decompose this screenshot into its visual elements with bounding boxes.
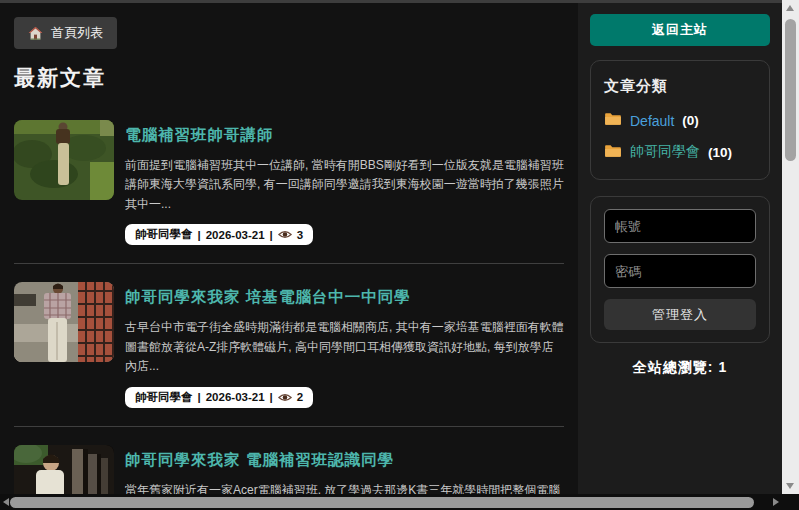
admin-login-button[interactable]: 管理登入 xyxy=(604,299,756,330)
main-content: 首頁列表 最新文章 電腦補習班帥哥講師 xyxy=(0,3,578,494)
eye-icon xyxy=(278,230,292,239)
home-list-label: 首頁列表 xyxy=(51,24,103,42)
badge-date: 2026-03-21 xyxy=(206,229,265,241)
category-count: (0) xyxy=(682,113,699,128)
article-item: 帥哥同學來我家 培基電腦台中一中同學 古早台中市電子街全盛時期滿街都是電腦相關商… xyxy=(14,263,564,425)
badge-separator: | xyxy=(270,229,273,241)
vertical-scrollbar[interactable] xyxy=(782,0,799,494)
folder-icon xyxy=(604,112,622,129)
category-item-default[interactable]: Default (0) xyxy=(604,112,756,129)
article-body: 電腦補習班帥哥講師 前面提到電腦補習班其中一位講師, 當時有開BBS剛好看到一位… xyxy=(125,120,564,245)
category-link[interactable]: Default xyxy=(630,113,674,129)
badge-category: 帥哥同學會 xyxy=(135,227,193,242)
home-list-button[interactable]: 首頁列表 xyxy=(14,17,117,49)
article-title-link[interactable]: 帥哥同學來我家 培基電腦台中一中同學 xyxy=(125,287,411,308)
article-meta-badge: 帥哥同學會 | 2026-03-21 | 3 xyxy=(125,224,313,245)
badge-views: 3 xyxy=(297,229,303,241)
scroll-right-arrow-icon[interactable] xyxy=(773,498,779,506)
article-excerpt: 古早台中市電子街全盛時期滿街都是電腦相關商店, 其中有一家培基電腦裡面有軟體圖書… xyxy=(125,318,564,376)
categories-heading: 文章分類 xyxy=(604,77,756,96)
article-item: 電腦補習班帥哥講師 前面提到電腦補習班其中一位講師, 當時有開BBS剛好看到一位… xyxy=(14,102,564,263)
horizontal-scrollbar[interactable] xyxy=(0,494,782,510)
account-input[interactable] xyxy=(604,209,756,243)
badge-category: 帥哥同學會 xyxy=(135,390,193,405)
back-to-main-button[interactable]: 返回主站 xyxy=(590,14,770,46)
badge-separator: | xyxy=(270,391,273,403)
badge-date: 2026-03-21 xyxy=(206,391,265,403)
category-link[interactable]: 帥哥同學會 xyxy=(630,143,700,161)
category-count: (10) xyxy=(708,145,732,160)
page: 首頁列表 最新文章 電腦補習班帥哥講師 xyxy=(0,0,799,510)
article-body: 帥哥同學來我家 培基電腦台中一中同學 古早台中市電子街全盛時期滿街都是電腦相關商… xyxy=(125,282,564,407)
scroll-left-arrow-icon[interactable] xyxy=(3,498,9,506)
eye-icon xyxy=(278,393,292,402)
vertical-scrollbar-thumb[interactable] xyxy=(785,19,796,161)
article-title-link[interactable]: 電腦補習班帥哥講師 xyxy=(125,125,274,146)
article-excerpt: 前面提到電腦補習班其中一位講師, 當時有開BBS剛好看到一位版友就是電腦補習班講… xyxy=(125,156,564,214)
article-title-link[interactable]: 帥哥同學來我家 電腦補習班認識同學 xyxy=(125,450,394,471)
category-item-alumni[interactable]: 帥哥同學會 (10) xyxy=(604,143,756,161)
login-card: 管理登入 xyxy=(590,196,770,343)
badge-separator: | xyxy=(198,229,201,241)
badge-views: 2 xyxy=(297,391,303,403)
article-thumbnail[interactable] xyxy=(14,120,114,200)
house-icon xyxy=(28,26,43,41)
horizontal-scrollbar-thumb[interactable] xyxy=(10,497,754,508)
article-thumbnail[interactable] xyxy=(14,282,114,362)
folder-icon xyxy=(604,144,622,161)
scroll-up-arrow-icon[interactable] xyxy=(786,5,794,11)
article-meta-badge: 帥哥同學會 | 2026-03-21 | 2 xyxy=(125,387,313,408)
sidebar: 返回主站 文章分類 Default (0) xyxy=(578,3,782,494)
categories-card: 文章分類 Default (0) 帥哥同學 xyxy=(590,60,770,180)
badge-separator: | xyxy=(198,391,201,403)
scrollbar-corner xyxy=(782,494,799,510)
site-views-counter: 全站總瀏覽: 1 xyxy=(590,359,770,377)
scroll-down-arrow-icon[interactable] xyxy=(786,483,794,489)
password-input[interactable] xyxy=(604,254,756,288)
page-title: 最新文章 xyxy=(14,64,564,92)
